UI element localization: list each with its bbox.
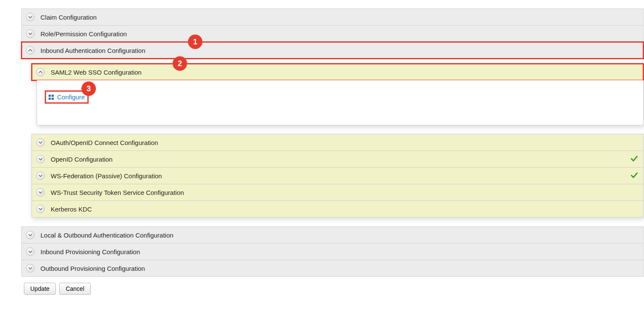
section-label: Outbound Provisioning Configuration xyxy=(40,265,145,272)
chevron-down-icon xyxy=(26,247,35,256)
grid-icon xyxy=(49,95,54,100)
section-role-permission[interactable]: Role/Permission Configuration xyxy=(21,25,644,42)
configure-link-label: Configure xyxy=(57,93,85,101)
sub-section-kerberos[interactable]: Kerberos KDC xyxy=(32,200,644,217)
sub-section-label: SAML2 Web SSO Configuration xyxy=(51,69,142,76)
sub-section-label: Kerberos KDC xyxy=(51,206,92,213)
chevron-up-icon xyxy=(26,46,35,55)
section-label: Role/Permission Configuration xyxy=(40,30,127,38)
chevron-down-icon xyxy=(36,155,45,163)
sub-section-wstrust[interactable]: WS-Trust Security Token Service Configur… xyxy=(32,184,644,201)
sub-section-oauth[interactable]: OAuth/OpenID Connect Configuration xyxy=(32,134,644,151)
chevron-down-icon xyxy=(26,13,35,21)
annotation-badge-2: 2 xyxy=(173,56,187,71)
configure-link[interactable]: Configure xyxy=(49,93,85,101)
sub-section-label: WS-Federation (Passive) Configuration xyxy=(51,172,162,180)
sub-section-wsfed[interactable]: WS-Federation (Passive) Configuration xyxy=(32,167,644,184)
section-claim-config[interactable]: Claim Configuration xyxy=(21,9,644,26)
annotation-badge-3: 3 xyxy=(81,81,96,96)
section-inbound-auth[interactable]: Inbound Authentication Configuration 1 xyxy=(21,42,644,59)
section-outbound-prov[interactable]: Outbound Provisioning Configuration xyxy=(21,260,644,277)
check-icon xyxy=(630,171,639,181)
chevron-down-icon xyxy=(36,171,45,180)
sub-section-label: OAuth/OpenID Connect Configuration xyxy=(51,139,158,146)
cancel-button[interactable]: Cancel xyxy=(59,283,91,295)
chevron-down-icon xyxy=(26,29,35,38)
section-local-outbound[interactable]: Local & Outbound Authentication Configur… xyxy=(21,226,644,244)
section-label: Inbound Authentication Configuration xyxy=(40,47,145,54)
chevron-down-icon xyxy=(26,264,35,273)
sub-section-saml2[interactable]: SAML2 Web SSO Configuration 2 xyxy=(32,64,644,81)
section-label: Local & Outbound Authentication Configur… xyxy=(40,232,173,239)
sub-section-label: OpenID Configuration xyxy=(51,156,113,163)
chevron-down-icon xyxy=(36,138,45,147)
annotation-badge-1: 1 xyxy=(188,35,202,49)
configure-highlight: Configure 3 xyxy=(45,90,89,104)
check-icon xyxy=(630,154,639,165)
section-inbound-prov[interactable]: Inbound Provisioning Configuration xyxy=(21,243,644,260)
section-label: Inbound Provisioning Configuration xyxy=(40,248,140,255)
section-label: Claim Configuration xyxy=(40,14,97,21)
chevron-up-icon xyxy=(36,68,45,76)
button-row: Update Cancel xyxy=(24,283,644,295)
chevron-down-icon xyxy=(36,188,45,197)
chevron-down-icon xyxy=(36,205,45,213)
sub-section-openid[interactable]: OpenID Configuration xyxy=(32,151,644,168)
chevron-down-icon xyxy=(26,231,35,239)
saml2-panel: Configure 3 xyxy=(37,80,644,125)
update-button[interactable]: Update xyxy=(24,283,56,295)
sub-section-label: WS-Trust Security Token Service Configur… xyxy=(51,189,184,196)
